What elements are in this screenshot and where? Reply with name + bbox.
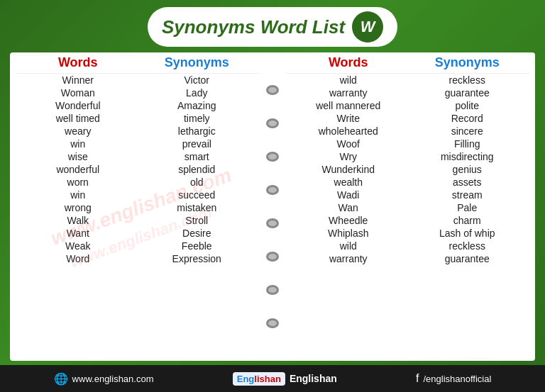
facebook-text: /englishanofficial (423, 374, 491, 384)
table-row: worn old (16, 176, 259, 189)
word-cell: Word (18, 253, 138, 264)
synonym-cell: charm (408, 215, 527, 226)
header: Synonyms Word List W (0, 0, 545, 52)
left-table-header: Words Synonyms (16, 52, 259, 74)
word-cell: win (18, 138, 138, 150)
table-row: Word Expression (16, 252, 259, 265)
synonym-cell: Filling (408, 138, 527, 150)
word-cell: win (18, 189, 138, 201)
word-cell: wild (289, 240, 408, 252)
word-cell: Wan (289, 202, 408, 213)
word-cell: Weak (18, 240, 138, 252)
table-row: warranty guarantee (286, 252, 529, 265)
word-cell: Wheedle (289, 215, 408, 226)
right-table-rows: wild reckless warranty guarantee well ma… (286, 74, 529, 265)
left-table-rows: Winner Victor Woman Lady Wonderful Amazi… (16, 74, 259, 265)
synonym-cell: old (138, 177, 257, 188)
w-logo: W (352, 11, 383, 43)
table-row: wild reckless (286, 240, 529, 252)
synonym-cell: polite (408, 100, 527, 111)
synonym-cell: genius (408, 164, 527, 175)
content-area: www.englishan.com www.englishan.com Word… (10, 52, 535, 361)
footer-facebook: f /englishanofficial (416, 372, 491, 385)
synonym-cell: Lash of whip (408, 228, 527, 239)
table-row: weary lethargic (16, 125, 259, 138)
title-box: Synonyms Word List W (148, 7, 397, 47)
ring-1 (266, 85, 279, 95)
word-cell: wrong (18, 202, 138, 213)
main-title: Synonyms Word List (162, 16, 345, 38)
facebook-icon: f (416, 372, 419, 385)
word-cell: wise (18, 151, 138, 162)
table-row: wholehearted sincere (286, 125, 529, 138)
table-row: win succeed (16, 189, 259, 201)
word-cell: warranty (289, 253, 408, 264)
word-cell: worn (18, 177, 138, 188)
word-cell: Woman (18, 87, 138, 99)
word-cell: wholehearted (289, 125, 408, 137)
synonym-cell: Feeble (138, 240, 257, 252)
right-panel: Words Synonyms wild reckless warranty gu… (280, 52, 535, 361)
table-row: Walk Stroll (16, 214, 259, 227)
footer-logo-item: Englishan Englishan (233, 372, 337, 386)
right-table-header: Words Synonyms (286, 52, 529, 74)
word-cell: wealth (289, 177, 408, 188)
table-row: warranty guarantee (286, 86, 529, 99)
table-row: well mannered polite (286, 99, 529, 112)
table-row: Woman Lady (16, 86, 259, 99)
word-cell: Wry (289, 151, 408, 162)
word-cell: Walk (18, 215, 138, 226)
synonym-cell: Lady (138, 87, 257, 99)
left-panel: Words Synonyms Winner Victor Woman Lady … (10, 52, 265, 361)
table-row: wild reckless (286, 74, 529, 86)
ring-7 (266, 285, 279, 295)
word-cell: Woof (289, 138, 408, 150)
left-synonyms-header: Synonyms (138, 55, 257, 70)
synonym-cell: Expression (138, 253, 257, 264)
word-cell: Winner (18, 74, 138, 86)
synonym-cell: splendid (138, 164, 257, 175)
word-cell: Wunderkind (289, 164, 408, 175)
ring-3 (266, 152, 279, 162)
word-cell: warranty (289, 87, 408, 99)
left-words-header: Words (18, 55, 138, 70)
synonym-cell: smart (138, 151, 257, 162)
synonym-cell: Victor (138, 74, 257, 86)
word-cell: weary (18, 125, 138, 137)
synonym-cell: stream (408, 189, 527, 201)
table-row: Whiplash Lash of whip (286, 227, 529, 240)
footer: 🌐 www.englishan.com Englishan Englishan … (0, 365, 545, 392)
table-row: Write Record (286, 112, 529, 125)
word-cell: Want (18, 228, 138, 239)
synonym-cell: Amazing (138, 100, 257, 111)
table-row: win prevail (16, 138, 259, 150)
table-row: Weak Feeble (16, 240, 259, 252)
synonym-cell: Record (408, 113, 527, 124)
table-row: well timed timely (16, 112, 259, 125)
synonym-cell: succeed (138, 189, 257, 201)
table-row: Wadi stream (286, 189, 529, 201)
synonym-cell: sincere (408, 125, 527, 137)
word-cell: wonderful (18, 164, 138, 175)
ring-2 (266, 118, 279, 128)
word-cell: Wadi (289, 189, 408, 201)
synonym-cell: Stroll (138, 215, 257, 226)
table-row: Want Desire (16, 227, 259, 240)
table-row: wise smart (16, 150, 259, 163)
word-cell: Write (289, 113, 408, 124)
right-synonyms-header: Synonyms (408, 55, 527, 70)
website-text: www.englishan.com (72, 374, 154, 384)
synonym-cell: reckless (408, 74, 527, 86)
table-row: wrong mistaken (16, 201, 259, 214)
englishan-logo: Englishan (233, 372, 285, 386)
word-cell: wild (289, 74, 408, 86)
word-cell: well mannered (289, 100, 408, 111)
logo-lishan: lishan (254, 374, 281, 384)
synonym-cell: assets (408, 177, 527, 188)
ring-5 (266, 218, 279, 228)
synonym-cell: prevail (138, 138, 257, 150)
synonym-cell: misdirecting (408, 151, 527, 162)
table-row: Wan Pale (286, 201, 529, 214)
table-row: wealth assets (286, 176, 529, 189)
synonym-cell: lethargic (138, 125, 257, 137)
